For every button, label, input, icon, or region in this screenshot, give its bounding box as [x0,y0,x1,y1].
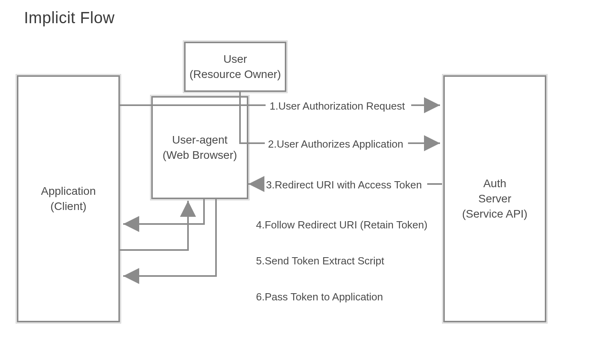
box-user-resource-owner: User (Resource Owner) [184,42,286,92]
box-application-line1: Application [41,184,96,199]
box-user-agent-line1: User-agent [172,132,228,148]
step-6-label: 6.Pass Token to Application [256,291,383,303]
box-user-line1: User [223,52,247,67]
box-application-client: Application (Client) [17,75,120,322]
box-application-line2: (Client) [50,199,86,214]
box-user-agent: User-agent (Web Browser) [151,96,248,199]
connector-step-4 [123,198,204,224]
diagram-title: Implicit Flow [24,9,115,27]
box-auth-line2: Server [478,191,511,206]
box-user-agent-line2: (Web Browser) [162,148,237,163]
step-4-label: 4.Follow Redirect URI (Retain Token) [256,219,428,231]
step-3-label: 3.Redirect URI with Access Token [266,179,422,191]
box-auth-line3: (Service API) [462,206,527,222]
step-5-label: 5.Send Token Extract Script [256,255,384,267]
diagram-stage: Implicit Flow Application (Client) User-… [0,0,596,364]
step-1-label: 1.User Authorization Request [270,100,405,112]
connector-step-6 [123,198,216,276]
box-auth-server: Auth Server (Service API) [443,75,546,322]
box-auth-line1: Auth [483,176,506,191]
step-2-label: 2.User Authorizes Application [268,138,403,150]
box-user-line2: (Resource Owner) [190,67,281,82]
connector-step-5 [118,201,188,250]
